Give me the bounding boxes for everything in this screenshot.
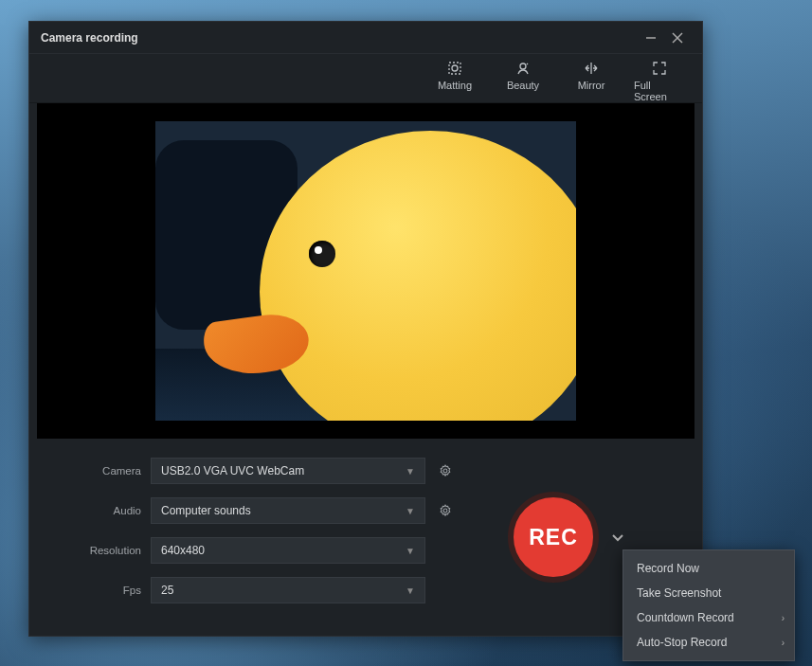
- menu-countdown-label: Countdown Record: [637, 611, 734, 624]
- chevron-right-icon: ›: [782, 638, 785, 648]
- resolution-dropdown[interactable]: 640x480 ▼: [151, 537, 425, 564]
- beauty-label: Beauty: [507, 80, 539, 91]
- menu-take-screenshot[interactable]: Take Screenshot: [623, 581, 794, 605]
- audio-dropdown[interactable]: Computer sounds ▼: [151, 497, 425, 524]
- menu-record-now-label: Record Now: [637, 562, 699, 575]
- fps-dropdown[interactable]: 25 ▼: [151, 577, 425, 603]
- menu-countdown-record[interactable]: Countdown Record ›: [623, 605, 794, 630]
- record-options-menu: Record Now Take Screenshot Countdown Rec…: [623, 549, 795, 661]
- beauty-icon: [514, 60, 532, 77]
- gear-icon: [439, 504, 452, 517]
- preview-frame: [155, 121, 576, 421]
- fullscreen-icon: [651, 60, 668, 77]
- settings-form: Camera USB2.0 VGA UVC WebCam ▼ Audio Com…: [77, 458, 456, 617]
- chevron-down-icon: ▼: [406, 546, 415, 556]
- preview-subject-eye: [309, 241, 335, 267]
- svg-point-8: [443, 509, 447, 513]
- audio-row: Audio Computer sounds ▼: [77, 497, 456, 524]
- audio-value: Computer sounds: [161, 504, 251, 517]
- menu-autostop-label: Auto-Stop Record: [637, 636, 727, 649]
- chevron-down-icon: ▼: [406, 585, 415, 596]
- mirror-icon: [583, 60, 600, 77]
- gear-icon: [439, 464, 452, 477]
- svg-point-5: [520, 63, 526, 69]
- camera-preview: [37, 103, 695, 439]
- camera-value: USB2.0 VGA UVC WebCam: [161, 464, 304, 477]
- svg-point-4: [452, 65, 458, 71]
- chevron-right-icon: ›: [782, 613, 785, 623]
- preview-subject: [260, 131, 576, 421]
- minimize-button[interactable]: [638, 25, 664, 51]
- beauty-button[interactable]: Beauty: [497, 60, 549, 102]
- settings-panel: Camera USB2.0 VGA UVC WebCam ▼ Audio Com…: [29, 439, 702, 617]
- camera-label: Camera: [77, 465, 151, 477]
- window-title: Camera recording: [41, 31, 138, 45]
- record-options-toggle[interactable]: [610, 530, 625, 545]
- chevron-down-icon: ▼: [406, 506, 415, 516]
- menu-autostop-record[interactable]: Auto-Stop Record ›: [623, 630, 794, 655]
- matting-label: Matting: [438, 80, 472, 91]
- close-icon: [672, 32, 683, 44]
- chevron-down-icon: ▼: [406, 466, 415, 477]
- fps-label: Fps: [77, 585, 151, 596]
- mirror-label: Mirror: [578, 80, 605, 91]
- fps-row: Fps 25 ▼: [77, 577, 456, 603]
- fps-value: 25: [161, 584, 173, 597]
- resolution-label: Resolution: [77, 545, 151, 556]
- svg-point-7: [443, 469, 447, 473]
- fullscreen-label: Full Screen: [634, 80, 685, 102]
- svg-rect-3: [449, 63, 460, 74]
- mirror-button[interactable]: Mirror: [566, 60, 617, 102]
- record-label: REC: [529, 525, 578, 550]
- menu-record-now[interactable]: Record Now: [623, 556, 794, 581]
- audio-label: Audio: [77, 505, 151, 516]
- camera-row: Camera USB2.0 VGA UVC WebCam ▼: [77, 458, 456, 484]
- resolution-value: 640x480: [161, 544, 205, 557]
- audio-settings-button[interactable]: [435, 500, 456, 521]
- close-button[interactable]: [664, 25, 691, 51]
- resolution-row: Resolution 640x480 ▼: [77, 537, 456, 564]
- minimize-icon: [645, 32, 657, 44]
- chevron-down-icon: [610, 530, 625, 545]
- camera-recording-window: Camera recording Matting Beauty Mirror: [28, 21, 703, 637]
- camera-dropdown[interactable]: USB2.0 VGA UVC WebCam ▼: [151, 458, 425, 484]
- top-toolbar: Matting Beauty Mirror Full Screen: [29, 54, 702, 103]
- fullscreen-button[interactable]: Full Screen: [634, 60, 685, 102]
- record-button[interactable]: REC: [508, 492, 599, 583]
- menu-take-screenshot-label: Take Screenshot: [637, 586, 721, 600]
- matting-icon: [446, 60, 463, 77]
- titlebar: Camera recording: [29, 22, 702, 54]
- camera-settings-button[interactable]: [435, 460, 456, 481]
- matting-button[interactable]: Matting: [429, 60, 480, 102]
